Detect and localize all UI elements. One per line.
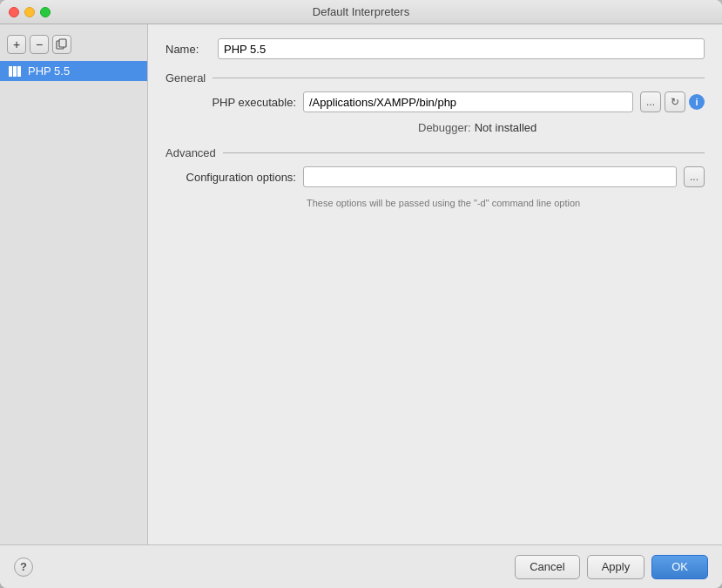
advanced-form-group: Configuration options: ... These options… [165, 166, 705, 208]
content: + − [0, 24, 722, 544]
copy-icon [56, 38, 68, 51]
php-executable-row: PHP executable: ... ↻ i [183, 91, 705, 112]
config-options-label: Configuration options: [183, 171, 296, 184]
name-input[interactable] [218, 38, 705, 59]
refresh-icon: ↻ [671, 96, 679, 108]
php-icon [9, 65, 23, 78]
advanced-section-line [223, 152, 705, 153]
advanced-section: Advanced Configuration options: ... Thes… [165, 146, 705, 208]
apply-button[interactable]: Apply [587, 555, 645, 579]
config-options-input[interactable] [303, 166, 677, 187]
general-section: General PHP executable: ... ↻ i [165, 71, 705, 134]
maximize-button[interactable] [40, 7, 51, 17]
help-button[interactable]: ? [14, 558, 33, 577]
debugger-row: Debugger: Not installed [183, 121, 705, 134]
general-form-group: PHP executable: ... ↻ i [165, 91, 705, 134]
php-executable-input[interactable] [303, 91, 633, 112]
sidebar-list: PHP 5.5 [0, 61, 147, 537]
general-section-header: General [165, 71, 705, 84]
php-executable-label: PHP executable: [183, 96, 296, 109]
main-panel: Name: General PHP executable: ... [148, 24, 722, 544]
advanced-section-title: Advanced [165, 146, 216, 159]
config-browse-button[interactable]: ... [684, 166, 705, 187]
config-options-row: Configuration options: ... [183, 166, 705, 187]
name-row: Name: [165, 38, 705, 59]
footer: ? Cancel Apply OK [0, 544, 722, 588]
config-buttons: ... [684, 166, 705, 187]
name-label: Name: [165, 43, 209, 56]
sidebar-toolbar: + − [0, 31, 147, 61]
window-title: Default Interpreters [313, 5, 409, 18]
php-info-button[interactable]: i [689, 94, 705, 110]
remove-interpreter-button[interactable]: − [30, 35, 49, 54]
debugger-label: Debugger: [418, 121, 471, 134]
footer-buttons: Cancel Apply OK [515, 555, 708, 579]
sidebar-item-php55[interactable]: PHP 5.5 [0, 61, 147, 81]
config-hint: These options will be passed using the "… [183, 198, 705, 208]
copy-interpreter-button[interactable] [52, 35, 71, 54]
general-section-line [213, 78, 705, 78]
sidebar-item-label: PHP 5.5 [28, 64, 70, 78]
info-icon: i [695, 97, 698, 107]
advanced-section-header: Advanced [165, 146, 705, 159]
php-executable-buttons: ... ↻ i [640, 91, 705, 112]
cancel-button[interactable]: Cancel [515, 555, 579, 579]
sidebar: + − [0, 24, 148, 544]
general-section-title: General [165, 71, 206, 84]
php-refresh-button[interactable]: ↻ [665, 91, 685, 112]
add-interpreter-button[interactable]: + [7, 35, 26, 54]
window: Default Interpreters + − [0, 0, 722, 588]
traffic-lights [9, 7, 51, 17]
ok-button[interactable]: OK [651, 555, 708, 579]
close-button[interactable] [9, 7, 19, 17]
titlebar: Default Interpreters [0, 0, 722, 24]
minimize-button[interactable] [24, 7, 35, 17]
svg-rect-1 [59, 39, 66, 47]
debugger-value: Not installed [475, 121, 537, 134]
php-browse-button[interactable]: ... [640, 91, 661, 112]
